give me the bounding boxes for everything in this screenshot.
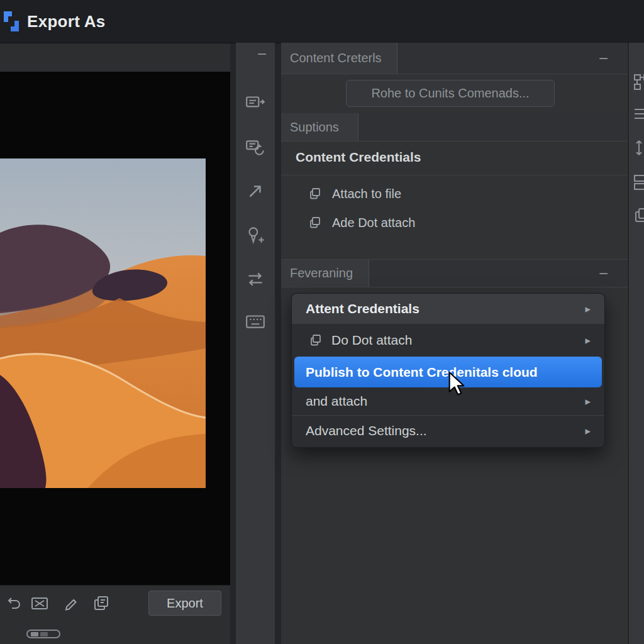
list-lines-icon[interactable]: [633, 106, 644, 125]
panel-title: Feveraning: [290, 266, 353, 280]
submenu-arrow-icon: ▸: [585, 303, 591, 316]
window-title: Export As: [27, 0, 106, 43]
tools-sidebar: −: [236, 43, 275, 644]
titlebar: Export As: [0, 0, 644, 43]
menu-item-label: Do Dot attach: [331, 333, 412, 348]
menu-item-label: Advanced Settings...: [306, 423, 427, 438]
toggle-square-left: [31, 632, 38, 636]
export-dialog-icon[interactable]: [245, 92, 266, 114]
option-label: Attach to file: [332, 187, 401, 201]
content-credentials-action-button[interactable]: Rohe to Cunits Comenads...: [346, 80, 555, 107]
menu-item-label: and attach: [306, 394, 367, 409]
panel-title: Suptions: [290, 120, 339, 135]
menu-item-attent-credentials[interactable]: Attent Credentials ▸: [292, 294, 604, 324]
copy-icon: [308, 187, 322, 201]
panel-collapse-button[interactable]: −: [599, 48, 608, 68]
section-heading-content-credentials: Content Credentials: [296, 150, 421, 165]
line-spacing-icon[interactable]: [633, 138, 644, 157]
option-ade-dot-attach[interactable]: Ade Dot attach: [308, 213, 415, 233]
copy-stack-icon[interactable]: [92, 594, 111, 613]
submenu-arrow-icon: ▸: [585, 334, 591, 347]
location-pin-plus-icon[interactable]: [245, 225, 266, 246]
menu-item-label: Publish to Content Credenitals cloud: [306, 365, 538, 380]
tab-preview[interactable]: Feveraning: [281, 260, 369, 287]
preview-footer-bar: Export: [0, 585, 230, 644]
divider: [281, 175, 628, 175]
copy-icon: [308, 216, 322, 230]
mouse-cursor-icon: [448, 371, 468, 399]
panel-collapse-button[interactable]: −: [599, 264, 608, 283]
toolbar-collapse-button[interactable]: −: [257, 45, 267, 63]
panel-title: Content Creterls: [290, 51, 382, 65]
diagonal-arrow-icon[interactable]: [245, 180, 266, 202]
swap-arrows-icon[interactable]: [245, 269, 266, 290]
node-flow-icon[interactable]: [633, 73, 644, 92]
panel-header-content-credentials: Content Creterls −: [281, 43, 628, 74]
redo-icon[interactable]: [4, 594, 23, 613]
export-button[interactable]: Export: [148, 591, 221, 616]
export-button-label: Export: [167, 596, 203, 611]
menu-item-label: Attent Credentials: [306, 301, 419, 316]
tab-options[interactable]: Suptions: [281, 113, 358, 141]
option-label: Ade Dot attach: [332, 216, 415, 230]
page-toggle[interactable]: [26, 630, 60, 638]
tab-content-credentials[interactable]: Content Creterls: [281, 43, 397, 74]
pencil-icon[interactable]: [62, 593, 80, 612]
panel-header-options: Suptions: [281, 113, 628, 142]
toggle-square-right: [40, 632, 48, 636]
panels-area: Content Creterls − Rohe to Cunits Comena…: [281, 43, 628, 644]
export-as-window: Export As: [0, 0, 644, 644]
submenu-arrow-icon: ▸: [585, 395, 591, 408]
action-button-label: Rohe to Cunits Comenads...: [371, 86, 529, 101]
panel-header-preview: Feveraning −: [281, 259, 628, 287]
preview-image-desert-dunes: [0, 158, 206, 488]
preview-top-strip: [0, 43, 230, 72]
keyboard-icon[interactable]: [245, 311, 266, 332]
copy-icon: [309, 333, 323, 347]
submenu-arrow-icon: ▸: [585, 425, 591, 438]
right-panel-strip: [629, 43, 644, 644]
context-menu: Attent Credentials ▸ Do Dot attach ▸ Pub…: [291, 293, 605, 448]
menu-item-advanced-settings[interactable]: Advanced Settings... ▸: [292, 416, 604, 446]
menu-item-do-dot-attach[interactable]: Do Dot attach ▸: [292, 324, 604, 357]
copy-doc-icon[interactable]: [633, 206, 644, 225]
artboard-refresh-icon[interactable]: [245, 137, 266, 158]
option-attach-to-file[interactable]: Attach to file: [308, 184, 401, 204]
image-x-icon[interactable]: [30, 594, 49, 613]
app-logo-icon: [1, 10, 21, 33]
panel-rows-icon[interactable]: [633, 173, 644, 192]
